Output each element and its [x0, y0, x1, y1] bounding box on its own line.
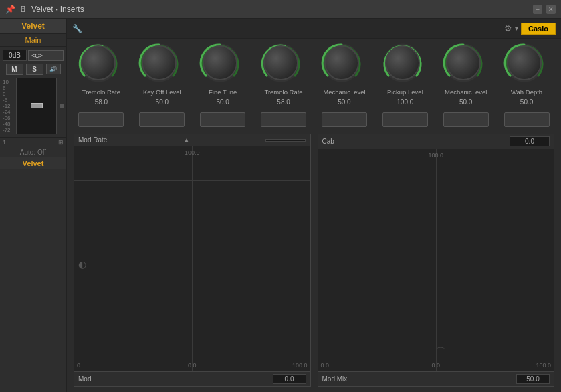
bottom-section: Mod Rate ▲ 100.0 0 0.0 100.0 ◐ Mod 0.0 — [67, 130, 561, 392]
mod-rate-title: Mod Rate — [78, 136, 107, 144]
plugin-btn-7[interactable] — [443, 112, 489, 127]
knob-3-value: 50.0 — [216, 98, 229, 106]
title-bar-left: 📌 🎚 Velvet · Inserts — [5, 5, 84, 14]
cab-label-bottomleft: 0.0 — [321, 362, 330, 369]
knob-4-wrapper[interactable] — [263, 45, 304, 86]
wrench-icon[interactable]: 🔧 — [72, 24, 82, 33]
fader-handle[interactable] — [31, 103, 43, 108]
plugin-btn-2[interactable] — [139, 112, 185, 127]
main-layout: Velvet Main 0dB <C> M S 🔊 10 6 0 -6 -12 … — [0, 19, 561, 392]
knob-5-wrapper[interactable] — [324, 45, 364, 86]
plugin-btn-3[interactable] — [200, 112, 245, 127]
plugin-topbar: 🔧 ⚙ ▾ Casio — [67, 19, 561, 39]
mod-rate-footer: Mod 0.0 — [74, 371, 310, 386]
knob-3-label: Fine Tune — [196, 88, 249, 96]
knob-6-label: Pickup Level — [378, 88, 432, 96]
plugin-btn-6[interactable] — [382, 112, 428, 127]
section-label: Main — [0, 34, 66, 47]
mod-rate-label-right: 100.0 — [292, 362, 308, 369]
ms-row: M S 🔊 — [3, 64, 64, 75]
cab-footer-label: Mod Mix — [322, 375, 348, 383]
pin-icon[interactable]: 📌 — [5, 5, 15, 14]
cab-label-bottom: 0.0 — [431, 362, 440, 369]
knob-2-value: 50.0 — [156, 98, 169, 106]
knob-8-label: Wah Depth — [500, 88, 554, 96]
knob-7-label: Mechanic..evel — [439, 88, 493, 96]
minimize-button[interactable]: – — [533, 5, 542, 14]
mod-rate-arrow[interactable]: ▲ — [183, 136, 190, 144]
knob-3-wrapper[interactable] — [203, 45, 243, 86]
plugin-topbar-left: 🔧 — [72, 24, 82, 33]
sidebar: Velvet Main 0dB <C> M S 🔊 10 6 0 -6 -12 … — [0, 19, 67, 392]
title-text: Velvet · Inserts — [31, 5, 84, 14]
knob-tremolo-rate-2: Tremolo Rate 58.0 — [257, 45, 310, 106]
knob-7-value: 50.0 — [459, 98, 472, 106]
fader-scale: 10 6 0 -6 -12 -24 -36 -48 -72 — [3, 78, 13, 134]
cab-label-right: 100.0 — [536, 362, 551, 369]
cab-grid-v — [436, 149, 437, 371]
buttons-row — [67, 110, 561, 130]
c-button[interactable]: <C> — [28, 50, 64, 61]
mod-rate-handle-icon: ◐ — [78, 259, 86, 270]
mod-rate-footer-value[interactable]: 0.0 — [273, 374, 306, 384]
knob-tremolo-rate-1: Tremolo Rate 58.0 — [74, 45, 128, 106]
knob-1-label: Tremolo Rate — [74, 88, 128, 96]
plugin-btn-8[interactable] — [504, 112, 550, 127]
sidebar-top: Velvet Main 0dB <C> M S 🔊 10 6 0 -6 -12 … — [0, 19, 66, 137]
cab-footer: Mod Mix 50.0 — [318, 371, 554, 386]
cab-footer-value[interactable]: 50.0 — [516, 374, 550, 384]
knob-4-label: Tremolo Rate — [257, 88, 310, 96]
knob-4-value: 58.0 — [277, 98, 290, 106]
knob-mechanic-evel-1: Mechanic..evel 50.0 — [318, 45, 371, 106]
cab-panel: Cab 0.0 100.0 0.0 0.0 100.0 ⌒ Mod Mix 50… — [318, 134, 555, 387]
knob-6-wrapper[interactable] — [385, 45, 425, 86]
preset-label[interactable]: Casio — [521, 23, 556, 35]
fader-track[interactable] — [16, 78, 57, 134]
mod-rate-label-bottom: 0.0 — [188, 362, 197, 369]
fader-area: 10 6 0 -6 -12 -24 -36 -48 -72 — [0, 75, 66, 137]
mod-rate-canvas[interactable]: 100.0 0 0.0 100.0 ◐ — [74, 146, 310, 371]
title-bar-right: – ✕ — [533, 5, 556, 14]
knob-8-wrapper[interactable] — [507, 45, 547, 86]
fader-dot — [60, 104, 64, 108]
title-bar: 📌 🎚 Velvet · Inserts – ✕ — [0, 0, 561, 19]
mod-rate-footer-label: Mod — [78, 375, 91, 383]
knob-1-value: 58.0 — [95, 98, 108, 106]
plugin-btn-1[interactable] — [78, 112, 124, 127]
knob-key-off-level: Key Off Level 50.0 — [135, 45, 189, 106]
cab-handle-icon: ⌒ — [436, 346, 445, 358]
track-number: 1 ⊞ — [0, 138, 66, 147]
cab-canvas[interactable]: 100.0 0.0 0.0 100.0 ⌒ — [318, 149, 554, 371]
close-button[interactable]: ✕ — [546, 5, 556, 14]
plugin-name-label: Velvet — [0, 19, 66, 34]
cab-label-top: 100.0 — [428, 152, 443, 159]
track-icon[interactable]: 🎚 — [19, 5, 27, 14]
mod-rate-header: Mod Rate ▲ — [74, 134, 310, 146]
speaker-button[interactable]: 🔊 — [46, 64, 61, 74]
db-display[interactable]: 0dB — [3, 50, 27, 61]
sidebar-bottom: 1 ⊞ Auto: Off Velvet — [0, 137, 66, 169]
m-button[interactable]: M — [6, 64, 23, 75]
plugin-area: 🔧 ⚙ ▾ Casio Tremolo Rate — [67, 19, 561, 392]
knob-8-value: 50.0 — [520, 98, 533, 106]
cab-header: Cab 0.0 — [318, 134, 554, 149]
mod-rate-value[interactable] — [265, 139, 306, 142]
knob-5-value: 50.0 — [338, 98, 350, 106]
cab-value[interactable]: 0.0 — [510, 136, 550, 146]
mod-rate-label-bottomleft: 0 — [77, 362, 80, 369]
mod-rate-label-top: 100.0 — [185, 149, 200, 156]
plugin-btn-5[interactable] — [322, 112, 367, 127]
knob-2-label: Key Off Level — [135, 88, 189, 96]
gear-icon[interactable]: ⚙ — [504, 23, 512, 33]
arrow-down-icon[interactable]: ▾ — [515, 25, 518, 32]
plugin-btn-4[interactable] — [261, 112, 306, 127]
knob-7-wrapper[interactable] — [446, 45, 486, 86]
knob-1-wrapper[interactable] — [81, 45, 121, 86]
knob-2-wrapper[interactable] — [142, 45, 182, 86]
fader-indicators — [60, 78, 64, 134]
knob-mechanic-evel-2: Mechanic..evel 50.0 — [439, 45, 493, 106]
knob-fine-tune: Fine Tune 50.0 — [196, 45, 249, 106]
plugin-topbar-right: ⚙ ▾ Casio — [504, 23, 556, 35]
auto-label: Auto: Off — [0, 147, 66, 157]
s-button[interactable]: S — [26, 64, 43, 75]
